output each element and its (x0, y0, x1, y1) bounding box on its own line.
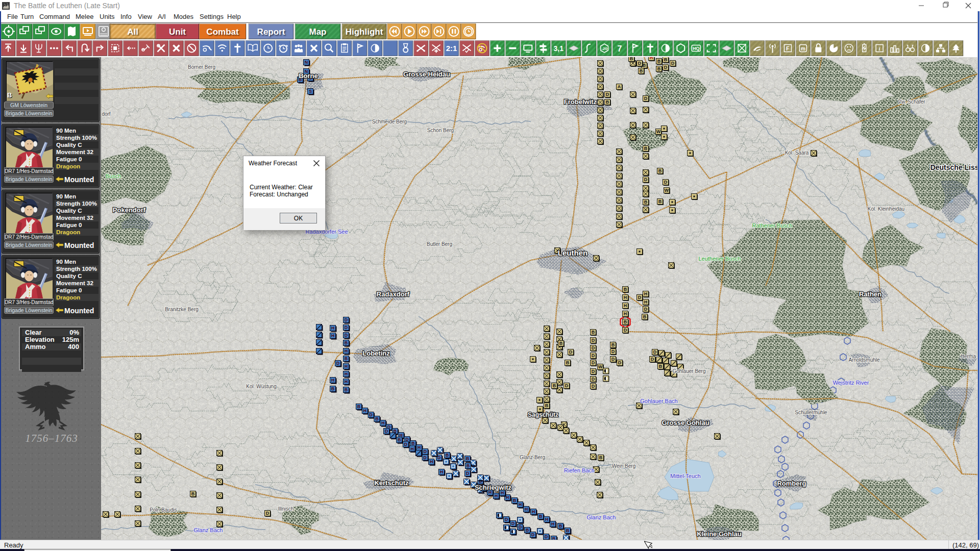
svg-text:m: m (801, 46, 805, 52)
svg-text:B: B (630, 57, 633, 61)
svg-text:D: D (651, 357, 654, 362)
svg-text:Unit: Unit (169, 27, 186, 37)
svg-text:Mittel-Teuch: Mittel-Teuch (670, 473, 700, 479)
svg-text:D: D (592, 345, 595, 350)
svg-text:D: D (569, 349, 573, 355)
svg-text:D: D (505, 517, 508, 522)
svg-text:B: B (658, 168, 662, 173)
svg-text:D: D (592, 384, 595, 389)
svg-text:D: D (592, 360, 595, 365)
svg-text:B: B (526, 528, 529, 533)
svg-text:B: B (191, 491, 195, 496)
svg-text:D: D (345, 325, 348, 330)
svg-text:B: B (552, 536, 556, 540)
svg-text:H: H (545, 517, 549, 522)
svg-text:D: D (638, 295, 642, 300)
svg-text:B: B (331, 386, 335, 391)
svg-text:Rathener Busch: Rathener Busch (752, 222, 793, 229)
svg-text:Kol. Wüstung: Kol. Wüstung (246, 384, 276, 389)
svg-text:B: B (566, 528, 570, 533)
svg-text:H: H (624, 295, 627, 300)
svg-text:D: D (592, 338, 595, 343)
svg-text:dorf: dorf (102, 111, 110, 117)
svg-text:D: D (336, 361, 340, 366)
svg-text:H: H (345, 379, 348, 384)
svg-text:H: H (430, 459, 433, 464)
svg-text:F: F (786, 45, 790, 52)
svg-text:H: H (525, 507, 528, 512)
svg-text:D: D (644, 96, 648, 101)
svg-text:D: D (345, 317, 348, 322)
svg-text:W: W (665, 188, 669, 193)
svg-text:H: H (624, 311, 627, 316)
svg-text:Kol. Kleinheidau: Kol. Kleinheidau (868, 206, 904, 212)
svg-text:Frobelwitz: Frobelwitz (564, 98, 597, 106)
svg-text:D: D (592, 369, 595, 374)
svg-text:W: W (598, 364, 603, 369)
svg-text:A: A (618, 84, 621, 89)
svg-text:D: D (592, 353, 595, 358)
svg-text:D: D (592, 377, 595, 382)
svg-text:Borne: Borne (299, 72, 318, 80)
svg-text:H: H (495, 493, 498, 498)
svg-text:B: B (611, 342, 615, 347)
svg-text:D: D (671, 61, 675, 66)
svg-text:H: H (345, 371, 348, 377)
svg-text:D: D (644, 177, 648, 182)
svg-text:D: D (606, 92, 609, 97)
svg-text:B: B (345, 340, 348, 345)
svg-text:Grosse Heidau: Grosse Heidau (403, 70, 450, 78)
svg-text:D: D (519, 524, 522, 530)
svg-text:H: H (650, 57, 653, 60)
svg-text:Sagschütz: Sagschütz (528, 411, 558, 418)
svg-text:H: H (624, 303, 627, 308)
svg-text:B: B (624, 287, 627, 292)
svg-text:D: D (624, 328, 627, 333)
svg-text:H: H (644, 299, 648, 305)
svg-text:B: B (345, 356, 348, 361)
svg-text:B: B (643, 314, 647, 319)
svg-text:B: B (658, 199, 662, 204)
svg-text:B: B (357, 404, 361, 409)
svg-text:B: B (640, 68, 643, 73)
svg-text:Glanz Bach: Glanz Bach (194, 527, 223, 533)
svg-text:Rathen: Rathen (859, 290, 881, 298)
svg-text:Kertschütz: Kertschütz (374, 479, 409, 487)
svg-text:Lobetinz: Lobetinz (362, 349, 390, 357)
svg-text:H: H (331, 325, 335, 331)
svg-text:B: B (513, 498, 517, 503)
svg-text:Report: Report (257, 27, 285, 37)
svg-text:Illnisch: Illnisch (278, 506, 294, 512)
svg-text:Herma: Herma (961, 354, 976, 359)
svg-text:All: All (127, 27, 138, 37)
svg-text:B: B (566, 360, 570, 365)
svg-text:H: H (381, 420, 385, 425)
svg-text:Glanz Bach: Glanz Bach (587, 514, 616, 520)
svg-text:Combat: Combat (206, 27, 239, 37)
svg-text:Pokendorf: Pokendorf (113, 206, 146, 214)
svg-text:B: B (446, 453, 449, 458)
svg-text:D: D (638, 61, 642, 66)
svg-text:H: H (363, 408, 367, 413)
svg-text:-20: -20 (601, 46, 607, 51)
svg-text:Leuthen: Leuthen (558, 248, 587, 257)
svg-text:D: D (664, 65, 668, 70)
svg-text:H: H (410, 446, 414, 452)
svg-text:Arnoldsmühle: Arnoldsmühle (848, 357, 880, 363)
svg-text:Borner Berg: Borner Berg (188, 64, 215, 70)
svg-text:2:1: 2:1 (446, 44, 457, 53)
svg-text:Kol. Saara: Kol. Saara (785, 150, 809, 156)
svg-text:B: B (375, 416, 379, 421)
svg-text:B: B (466, 456, 470, 461)
svg-text:D: D (266, 511, 270, 516)
svg-text:H: H (331, 333, 335, 338)
svg-text:H: H (506, 495, 509, 500)
svg-text:B: B (657, 66, 661, 71)
svg-text:B: B (398, 437, 401, 442)
svg-text:Map: Map (309, 27, 327, 37)
svg-text:Schon Berg: Schon Berg (427, 128, 454, 133)
svg-text:Grosse Gohlau: Grosse Gohlau (662, 419, 709, 427)
svg-text:H: H (519, 502, 522, 507)
svg-text:Gohlauer Berg: Gohlauer Berg (672, 368, 705, 374)
svg-text:W: W (656, 129, 661, 134)
